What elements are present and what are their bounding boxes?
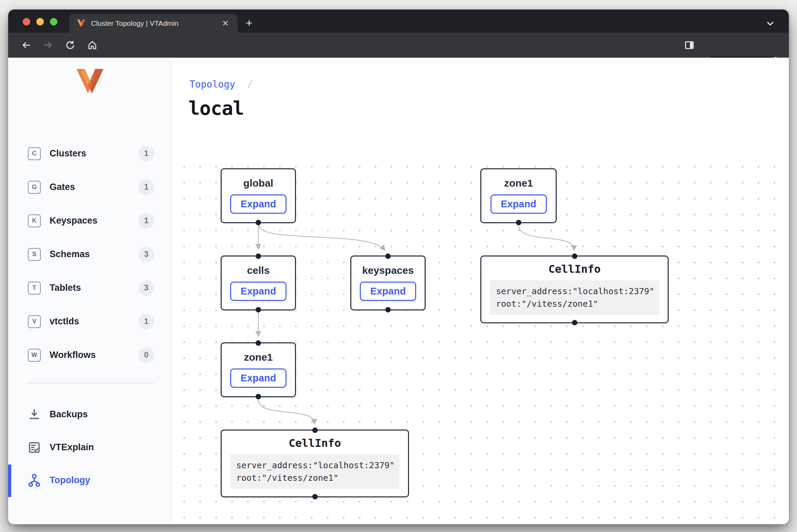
zoom-window-button[interactable] xyxy=(50,18,57,25)
new-tab-button[interactable]: + xyxy=(246,17,253,28)
tab-title: Cluster Topology | VTAdmin xyxy=(91,19,215,27)
connector-dot xyxy=(256,220,261,225)
sidebar-item-schemas[interactable]: S Schemas 3 xyxy=(8,238,171,271)
vitess-logo xyxy=(75,69,105,96)
sidebar-item-topology[interactable]: Topology xyxy=(8,464,171,497)
clusters-icon: C xyxy=(28,147,41,160)
back-button[interactable] xyxy=(21,40,31,50)
tab-search-chevron-icon[interactable] xyxy=(765,18,775,30)
sidebar-item-clusters[interactable]: C Clusters 1 xyxy=(8,137,171,170)
edge-zone1-cellinfo xyxy=(258,399,314,423)
node-zone1-cell: zone1 Expand xyxy=(221,342,296,397)
expand-global-button[interactable]: Expand xyxy=(230,194,286,214)
browser-window: Cluster Topology | VTAdmin ✕ + localhost… xyxy=(8,10,789,524)
schemas-icon: S xyxy=(28,248,41,261)
sidebar-item-vtctlds[interactable]: V vtctlds 1 xyxy=(8,305,171,338)
sidebar-item-tablets[interactable]: T Tablets 3 xyxy=(8,271,171,305)
connector-dot xyxy=(256,340,261,346)
cellinfo-code: server_address:"localhost:2379" root:"/v… xyxy=(230,454,400,489)
tablets-count-badge: 3 xyxy=(138,280,154,296)
active-tab[interactable]: Cluster Topology | VTAdmin ✕ xyxy=(69,14,238,33)
vtctlds-count-badge: 1 xyxy=(138,314,154,329)
breadcrumb-topology-link[interactable]: Topology xyxy=(189,79,235,90)
node-global: global Expand xyxy=(221,168,296,223)
node-cellinfo-bottom: CellInfo server_address:"localhost:2379"… xyxy=(221,430,409,497)
clusters-count-badge: 1 xyxy=(138,146,154,162)
sidebar-item-backups[interactable]: Backups xyxy=(8,398,171,431)
node-zone1-root: zone1 Expand xyxy=(480,168,557,223)
keyspaces-count-badge: 1 xyxy=(138,213,154,229)
connector-dot xyxy=(312,494,318,499)
connector-dot xyxy=(572,253,577,259)
connector-dot xyxy=(312,428,318,433)
sidebar-tools: Backups VTExplain Topology xyxy=(8,398,171,497)
node-cellinfo-right: CellInfo server_address:"localhost:2379"… xyxy=(480,255,669,323)
schemas-count-badge: 3 xyxy=(138,247,154,262)
expand-zone1-cell-button[interactable]: Expand xyxy=(230,368,286,388)
sidebar-nav: C Clusters 1 G Gates 1 K Keyspaces 1 S S… xyxy=(8,137,171,372)
sidebar-divider xyxy=(26,383,153,383)
sidebar: C Clusters 1 G Gates 1 K Keyspaces 1 S S… xyxy=(8,58,171,524)
node-cells: cells Expand xyxy=(221,255,296,310)
browser-toolbar: localhost:14201/topology/local Incognito… xyxy=(8,33,789,58)
active-nav-indicator xyxy=(8,464,11,497)
topology-graph: global Expand zone1 Expand cells Expand xyxy=(171,153,789,524)
close-window-button[interactable] xyxy=(23,18,30,25)
breadcrumb-separator: / xyxy=(247,79,253,90)
cellinfo-code: server_address:"localhost:2379" root:"/v… xyxy=(490,280,659,315)
tab-close-icon[interactable]: ✕ xyxy=(221,19,230,28)
gates-count-badge: 1 xyxy=(138,179,154,195)
edge-global-keyspaces xyxy=(259,225,385,250)
workflows-count-badge: 0 xyxy=(138,347,154,363)
keyspaces-icon: K xyxy=(28,214,41,227)
download-icon xyxy=(27,407,41,422)
sidebar-item-keyspaces[interactable]: K Keyspaces 1 xyxy=(8,204,171,238)
reload-button[interactable] xyxy=(65,40,75,50)
vtctlds-icon: V xyxy=(28,315,41,328)
gates-icon: G xyxy=(28,181,41,194)
connector-dot xyxy=(385,307,391,312)
forward-button[interactable] xyxy=(43,40,53,50)
expand-keyspaces-button[interactable]: Expand xyxy=(360,282,416,301)
connector-dot xyxy=(256,394,261,399)
sidebar-item-workflows[interactable]: W Workflows 0 xyxy=(8,338,171,372)
connector-dot xyxy=(516,220,521,225)
breadcrumb: Topology / xyxy=(189,79,253,90)
side-panel-icon[interactable] xyxy=(684,40,694,50)
edge-zone1root-cellinfo xyxy=(519,225,574,250)
connector-dot xyxy=(385,253,391,259)
connector-dot xyxy=(256,307,261,312)
tablets-icon: T xyxy=(28,282,41,294)
connector-dot xyxy=(256,253,261,259)
node-keyspaces: keyspaces Expand xyxy=(350,255,426,310)
page-title: local xyxy=(188,97,244,119)
home-button[interactable] xyxy=(87,40,97,50)
tab-strip: Cluster Topology | VTAdmin ✕ + xyxy=(8,10,789,33)
page-content: C Clusters 1 G Gates 1 K Keyspaces 1 S S… xyxy=(8,58,789,524)
topology-icon xyxy=(27,473,41,488)
expand-cells-button[interactable]: Expand xyxy=(230,282,286,301)
connector-dot xyxy=(572,320,577,325)
vtexplain-icon xyxy=(27,440,41,455)
expand-zone1-root-button[interactable]: Expand xyxy=(490,194,547,214)
main-panel: Topology / local xyxy=(171,58,789,524)
sidebar-item-vtexplain[interactable]: VTExplain xyxy=(8,431,171,464)
minimize-window-button[interactable] xyxy=(36,18,44,25)
sidebar-item-gates[interactable]: G Gates 1 xyxy=(8,170,171,204)
workflows-icon: W xyxy=(28,349,41,362)
vitess-favicon-icon xyxy=(77,19,86,27)
